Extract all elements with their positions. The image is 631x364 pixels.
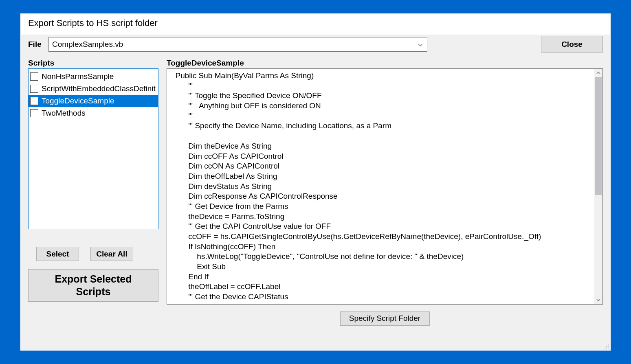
scroll-up-icon[interactable]	[594, 69, 602, 77]
select-button[interactable]: Select	[36, 247, 79, 261]
window-title: Export Scripts to HS script folder	[21, 14, 610, 35]
main-area: Scripts NonHsParmsSampleScriptWithEmbedd…	[28, 59, 603, 343]
export-selected-button[interactable]: Export SelectedScripts	[28, 269, 158, 302]
export-dialog: Export Scripts to HS script folder File …	[20, 13, 611, 351]
scripts-listbox[interactable]: NonHsParmsSampleScriptWithEmbeddedClassD…	[28, 68, 158, 229]
checkbox-icon[interactable]	[30, 72, 38, 81]
code-preview-area: Public Sub Main(ByVal Parms As String) '…	[167, 68, 603, 305]
script-item[interactable]: ScriptWithEmbeddedClassDefinit	[29, 83, 158, 95]
checkbox-icon[interactable]	[30, 109, 38, 117]
file-row: File ComplexSamples.vb Close	[28, 36, 603, 53]
close-button[interactable]: Close	[541, 36, 603, 53]
chevron-down-icon	[417, 41, 424, 48]
resize-grip-icon[interactable]	[602, 342, 609, 349]
scroll-track[interactable]	[594, 77, 602, 296]
script-item[interactable]: NonHsParmsSample	[29, 70, 158, 83]
vertical-scrollbar[interactable]	[594, 69, 602, 304]
script-item-label: TwoMethods	[42, 109, 86, 118]
list-button-row: Select Clear All	[28, 247, 158, 261]
file-combobox-value: ComplexSamples.vb	[52, 40, 123, 49]
svg-point-5	[608, 348, 609, 349]
file-label: File	[28, 40, 44, 49]
scroll-down-icon[interactable]	[594, 296, 602, 304]
specify-folder-button[interactable]: Specify Script Folder	[340, 311, 430, 326]
code-text: Public Sub Main(ByVal Parms As String) '…	[167, 69, 594, 304]
scroll-thumb[interactable]	[595, 77, 602, 195]
svg-point-2	[608, 346, 609, 347]
checkbox-icon[interactable]	[30, 97, 38, 105]
svg-point-3	[605, 348, 605, 349]
svg-point-1	[606, 346, 607, 347]
script-item-label: NonHsParmsSample	[42, 72, 114, 81]
right-column: ToggleDeviceSample Public Sub Main(ByVal…	[167, 59, 603, 343]
svg-point-0	[608, 344, 609, 345]
script-item[interactable]: TwoMethods	[29, 107, 158, 119]
clear-all-button[interactable]: Clear All	[90, 247, 133, 261]
script-item[interactable]: ToggleDeviceSample	[29, 95, 158, 107]
scripts-label: Scripts	[28, 59, 158, 68]
dialog-content: File ComplexSamples.vb Close Scripts Non…	[21, 35, 610, 350]
svg-point-4	[606, 348, 607, 349]
script-item-label: ToggleDeviceSample	[42, 96, 114, 105]
preview-label: ToggleDeviceSample	[167, 59, 603, 68]
file-combobox[interactable]: ComplexSamples.vb	[48, 37, 427, 52]
left-column: Scripts NonHsParmsSampleScriptWithEmbedd…	[28, 59, 158, 343]
checkbox-icon[interactable]	[30, 85, 38, 93]
script-item-label: ScriptWithEmbeddedClassDefinit	[42, 84, 156, 93]
bottom-button-row: Specify Script Folder	[167, 311, 603, 326]
